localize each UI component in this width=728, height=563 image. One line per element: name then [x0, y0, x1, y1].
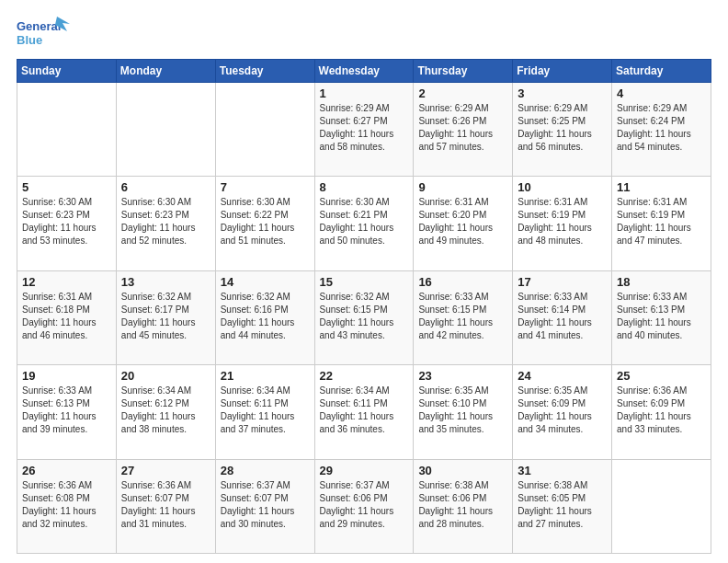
day-detail: Sunrise: 6:33 AM Sunset: 6:13 PM Dayligh…	[617, 291, 706, 342]
calendar-table: SundayMondayTuesdayWednesdayThursdayFrid…	[17, 59, 711, 554]
day-detail: Sunrise: 6:35 AM Sunset: 6:09 PM Dayligh…	[518, 385, 607, 436]
calendar-cell: 3Sunrise: 6:29 AM Sunset: 6:25 PM Daylig…	[513, 83, 612, 177]
calendar-cell	[17, 83, 117, 177]
weekday-header: Friday	[513, 60, 612, 83]
svg-text:General: General	[17, 19, 61, 33]
day-detail: Sunrise: 6:30 AM Sunset: 6:23 PM Dayligh…	[22, 196, 111, 247]
calendar-cell: 25Sunrise: 6:36 AM Sunset: 6:09 PM Dayli…	[612, 365, 711, 459]
day-number: 3	[518, 86, 607, 100]
weekday-row: SundayMondayTuesdayWednesdayThursdayFrid…	[17, 60, 711, 83]
day-number: 23	[418, 369, 507, 383]
day-number: 14	[221, 275, 310, 289]
day-detail: Sunrise: 6:36 AM Sunset: 6:09 PM Dayligh…	[617, 385, 706, 436]
calendar-cell: 30Sunrise: 6:38 AM Sunset: 6:06 PM Dayli…	[414, 459, 513, 553]
day-number: 20	[121, 369, 210, 383]
calendar-cell: 10Sunrise: 6:31 AM Sunset: 6:19 PM Dayli…	[513, 177, 612, 270]
calendar-header: SundayMondayTuesdayWednesdayThursdayFrid…	[17, 60, 711, 83]
day-number: 1	[320, 86, 409, 100]
day-number: 17	[518, 275, 607, 289]
day-detail: Sunrise: 6:38 AM Sunset: 6:06 PM Dayligh…	[418, 479, 507, 531]
day-detail: Sunrise: 6:30 AM Sunset: 6:22 PM Dayligh…	[221, 196, 310, 247]
day-number: 18	[617, 275, 706, 289]
weekday-header: Tuesday	[215, 60, 314, 83]
calendar-body: 1Sunrise: 6:29 AM Sunset: 6:27 PM Daylig…	[17, 83, 711, 554]
day-number: 29	[320, 464, 409, 477]
calendar-cell: 7Sunrise: 6:30 AM Sunset: 6:22 PM Daylig…	[215, 177, 314, 270]
calendar-cell: 14Sunrise: 6:32 AM Sunset: 6:16 PM Dayli…	[215, 270, 314, 364]
day-number: 11	[617, 180, 706, 194]
day-detail: Sunrise: 6:34 AM Sunset: 6:11 PM Dayligh…	[221, 385, 310, 436]
day-number: 21	[221, 369, 310, 383]
calendar-cell: 11Sunrise: 6:31 AM Sunset: 6:19 PM Dayli…	[612, 177, 711, 270]
calendar-cell: 9Sunrise: 6:31 AM Sunset: 6:20 PM Daylig…	[414, 177, 513, 270]
day-number: 24	[518, 369, 607, 383]
calendar-week: 12Sunrise: 6:31 AM Sunset: 6:18 PM Dayli…	[17, 270, 711, 364]
calendar-cell: 18Sunrise: 6:33 AM Sunset: 6:13 PM Dayli…	[612, 270, 711, 364]
day-number: 19	[22, 369, 111, 383]
day-number: 10	[518, 180, 607, 194]
day-number: 12	[22, 275, 111, 289]
calendar-cell: 24Sunrise: 6:35 AM Sunset: 6:09 PM Dayli…	[513, 365, 612, 459]
day-detail: Sunrise: 6:32 AM Sunset: 6:16 PM Dayligh…	[221, 291, 310, 342]
day-number: 26	[22, 464, 111, 477]
page: GeneralBlue SundayMondayTuesdayWednesday…	[0, 0, 728, 563]
calendar-cell: 31Sunrise: 6:38 AM Sunset: 6:05 PM Dayli…	[513, 459, 612, 553]
calendar-cell: 28Sunrise: 6:37 AM Sunset: 6:07 PM Dayli…	[215, 459, 314, 553]
day-detail: Sunrise: 6:33 AM Sunset: 6:13 PM Dayligh…	[22, 385, 111, 436]
day-number: 27	[121, 464, 210, 477]
day-number: 7	[221, 180, 310, 194]
calendar-week: 26Sunrise: 6:36 AM Sunset: 6:08 PM Dayli…	[17, 459, 711, 553]
header: GeneralBlue	[17, 17, 711, 50]
day-detail: Sunrise: 6:33 AM Sunset: 6:15 PM Dayligh…	[418, 291, 507, 342]
weekday-header: Monday	[116, 60, 215, 83]
calendar-cell: 2Sunrise: 6:29 AM Sunset: 6:26 PM Daylig…	[414, 83, 513, 177]
weekday-header: Thursday	[414, 60, 513, 83]
svg-text:Blue: Blue	[17, 33, 42, 47]
day-detail: Sunrise: 6:31 AM Sunset: 6:19 PM Dayligh…	[617, 196, 706, 247]
calendar-cell: 22Sunrise: 6:34 AM Sunset: 6:11 PM Dayli…	[314, 365, 414, 459]
day-number: 22	[320, 369, 409, 383]
day-detail: Sunrise: 6:31 AM Sunset: 6:20 PM Dayligh…	[418, 196, 507, 247]
day-detail: Sunrise: 6:29 AM Sunset: 6:25 PM Dayligh…	[518, 102, 607, 154]
day-detail: Sunrise: 6:31 AM Sunset: 6:19 PM Dayligh…	[518, 196, 607, 247]
calendar-cell: 6Sunrise: 6:30 AM Sunset: 6:23 PM Daylig…	[116, 177, 215, 270]
day-number: 15	[320, 275, 409, 289]
day-detail: Sunrise: 6:36 AM Sunset: 6:07 PM Dayligh…	[121, 479, 210, 531]
weekday-header: Wednesday	[314, 60, 414, 83]
calendar-cell: 16Sunrise: 6:33 AM Sunset: 6:15 PM Dayli…	[414, 270, 513, 364]
day-detail: Sunrise: 6:33 AM Sunset: 6:14 PM Dayligh…	[518, 291, 607, 342]
calendar-cell: 13Sunrise: 6:32 AM Sunset: 6:17 PM Dayli…	[116, 270, 215, 364]
day-detail: Sunrise: 6:36 AM Sunset: 6:08 PM Dayligh…	[22, 479, 111, 531]
day-detail: Sunrise: 6:32 AM Sunset: 6:15 PM Dayligh…	[320, 291, 409, 342]
calendar-cell: 15Sunrise: 6:32 AM Sunset: 6:15 PM Dayli…	[314, 270, 414, 364]
calendar-week: 19Sunrise: 6:33 AM Sunset: 6:13 PM Dayli…	[17, 365, 711, 459]
logo-icon: GeneralBlue	[17, 17, 72, 50]
day-number: 8	[320, 180, 409, 194]
calendar-cell	[215, 83, 314, 177]
day-detail: Sunrise: 6:29 AM Sunset: 6:27 PM Dayligh…	[320, 102, 409, 154]
day-number: 4	[617, 86, 706, 100]
calendar-cell	[612, 459, 711, 553]
day-detail: Sunrise: 6:30 AM Sunset: 6:21 PM Dayligh…	[320, 196, 409, 247]
day-number: 28	[221, 464, 310, 477]
day-detail: Sunrise: 6:29 AM Sunset: 6:26 PM Dayligh…	[418, 102, 507, 154]
day-detail: Sunrise: 6:37 AM Sunset: 6:07 PM Dayligh…	[221, 479, 310, 531]
day-number: 31	[518, 464, 607, 477]
day-number: 16	[418, 275, 507, 289]
day-detail: Sunrise: 6:30 AM Sunset: 6:23 PM Dayligh…	[121, 196, 210, 247]
day-number: 6	[121, 180, 210, 194]
day-number: 2	[418, 86, 507, 100]
day-detail: Sunrise: 6:34 AM Sunset: 6:12 PM Dayligh…	[121, 385, 210, 436]
calendar-week: 5Sunrise: 6:30 AM Sunset: 6:23 PM Daylig…	[17, 177, 711, 270]
weekday-header: Sunday	[17, 60, 117, 83]
calendar-cell: 23Sunrise: 6:35 AM Sunset: 6:10 PM Dayli…	[414, 365, 513, 459]
day-detail: Sunrise: 6:37 AM Sunset: 6:06 PM Dayligh…	[320, 479, 409, 531]
day-detail: Sunrise: 6:31 AM Sunset: 6:18 PM Dayligh…	[22, 291, 111, 342]
calendar-cell: 27Sunrise: 6:36 AM Sunset: 6:07 PM Dayli…	[116, 459, 215, 553]
calendar-cell: 17Sunrise: 6:33 AM Sunset: 6:14 PM Dayli…	[513, 270, 612, 364]
calendar-cell: 19Sunrise: 6:33 AM Sunset: 6:13 PM Dayli…	[17, 365, 117, 459]
weekday-header: Saturday	[612, 60, 711, 83]
day-number: 9	[418, 180, 507, 194]
logo: GeneralBlue	[17, 17, 72, 50]
calendar-cell: 8Sunrise: 6:30 AM Sunset: 6:21 PM Daylig…	[314, 177, 414, 270]
